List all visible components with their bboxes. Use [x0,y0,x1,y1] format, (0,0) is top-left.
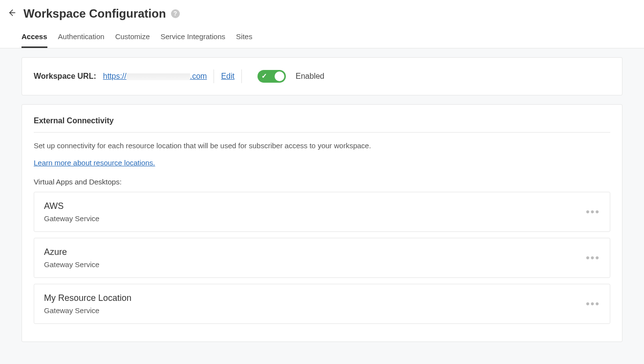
more-icon[interactable]: ••• [586,251,600,264]
resource-service: Gateway Service [44,214,99,223]
section-title: External Connectivity [34,116,610,133]
workspace-url-suffix: .com [190,72,207,80]
tab-service-integrations[interactable]: Service Integrations [160,32,225,48]
edit-link[interactable]: Edit [221,72,235,81]
learn-more-link[interactable]: Learn more about resource locations. [34,159,155,167]
virtual-apps-desktops-label: Virtual Apps and Desktops: [34,178,610,186]
enabled-toggle[interactable]: ✓ [258,70,286,83]
back-icon[interactable] [7,8,17,20]
more-icon[interactable]: ••• [586,205,600,218]
external-connectivity-card: External Connectivity Set up connectivit… [21,104,623,342]
enabled-toggle-label: Enabled [296,72,324,81]
workspace-url-link[interactable]: https://.com [103,72,207,81]
tab-sites[interactable]: Sites [236,32,252,48]
resource-name: AWS [44,201,99,211]
tab-authentication[interactable]: Authentication [58,32,105,48]
resource-row: My Resource Location Gateway Service ••• [34,284,610,324]
page-title: Workspace Configuration ? [23,7,180,21]
resource-row: AWS Gateway Service ••• [34,192,610,232]
workspace-url-card: Workspace URL: https://.com Edit ✓ Enabl… [21,57,623,95]
resource-service: Gateway Service [44,260,99,269]
tab-access[interactable]: Access [21,32,47,48]
resource-row: Azure Gateway Service ••• [34,238,610,278]
page-title-text: Workspace Configuration [23,7,166,21]
tab-customize[interactable]: Customize [115,32,150,48]
check-icon: ✓ [261,72,267,80]
help-icon[interactable]: ? [171,9,180,18]
tab-row: Access Authentication Customize Service … [0,21,644,48]
workspace-url-redacted [127,73,190,80]
resource-name: Azure [44,247,99,257]
workspace-url-prefix: https:// [103,72,127,80]
divider [214,69,214,83]
toggle-knob [275,71,284,81]
section-description: Set up connectivity for each resource lo… [34,141,610,150]
more-icon[interactable]: ••• [586,297,600,310]
resource-name: My Resource Location [44,293,131,303]
workspace-url-label: Workspace URL: [34,72,96,81]
divider [241,69,242,83]
resource-service: Gateway Service [44,306,131,315]
